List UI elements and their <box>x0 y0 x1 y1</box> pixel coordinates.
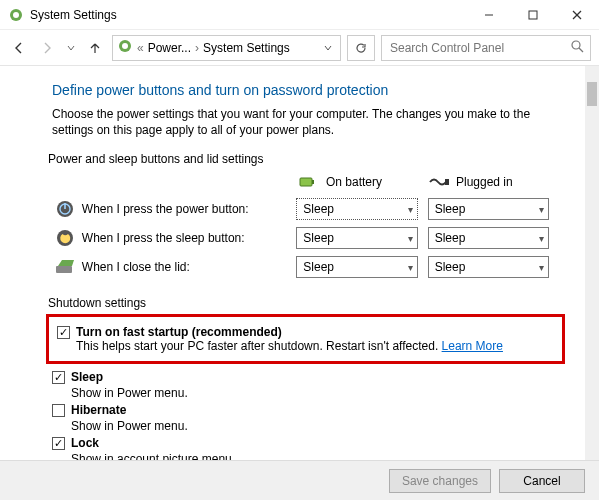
section-power-sleep-heading: Power and sleep buttons and lid settings <box>48 152 559 166</box>
address-expand[interactable] <box>320 41 336 55</box>
breadcrumb-prefix: « <box>137 41 144 55</box>
window-title: System Settings <box>30 8 117 22</box>
row-lid-label: When I close the lid: <box>82 260 297 274</box>
chevron-down-icon: ▾ <box>408 262 413 273</box>
page-description: Choose the power settings that you want … <box>52 106 559 138</box>
row-close-lid: When I close the lid: Sleep▾ Sleep▾ <box>52 256 559 278</box>
svg-rect-17 <box>56 266 72 273</box>
svg-rect-3 <box>529 11 537 19</box>
app-icon <box>8 7 24 23</box>
highlight-fast-startup: Turn on fast startup (recommended) This … <box>46 314 565 364</box>
row-sleep-label: When I press the sleep button: <box>82 231 297 245</box>
minimize-button[interactable] <box>467 0 511 30</box>
col-plugged-in: Plugged in <box>428 174 558 190</box>
history-dropdown[interactable] <box>64 36 78 60</box>
sleep-option-label: Sleep <box>71 370 103 384</box>
lock-option-desc: Show in account picture menu. <box>71 452 559 460</box>
search-box[interactable] <box>381 35 591 61</box>
cancel-button[interactable]: Cancel <box>499 469 585 493</box>
power-button-icon <box>52 198 78 220</box>
checkbox-sleep[interactable]: Sleep <box>52 370 559 384</box>
checkbox-icon[interactable] <box>52 437 65 450</box>
search-icon[interactable] <box>571 40 584 56</box>
learn-more-link[interactable]: Learn More <box>442 339 503 353</box>
sleep-option-desc: Show in Power menu. <box>71 386 559 400</box>
content-area: Define power buttons and turn on passwor… <box>0 66 585 460</box>
svg-rect-11 <box>312 180 314 184</box>
refresh-button[interactable] <box>347 35 375 61</box>
back-button[interactable] <box>8 36 30 60</box>
maximize-button[interactable] <box>511 0 555 30</box>
checkbox-icon[interactable] <box>52 404 65 417</box>
svg-point-1 <box>13 12 19 18</box>
fast-startup-desc: This helps start your PC faster after sh… <box>76 339 503 353</box>
sleep-button-icon <box>52 227 78 249</box>
checkbox-fast-startup[interactable]: Turn on fast startup (recommended) This … <box>57 325 554 353</box>
chevron-down-icon: ▾ <box>539 262 544 273</box>
title-bar: System Settings <box>0 0 599 30</box>
chevron-down-icon: ▾ <box>408 204 413 215</box>
chevron-down-icon: ▾ <box>539 233 544 244</box>
svg-point-8 <box>572 41 580 49</box>
hibernate-option-label: Hibernate <box>71 403 126 417</box>
column-headers: On battery Plugged in <box>52 174 559 190</box>
breadcrumb-item[interactable]: System Settings <box>203 41 290 55</box>
lid-icon <box>52 256 78 278</box>
section-shutdown-heading: Shutdown settings <box>48 296 559 310</box>
checkbox-lock[interactable]: Lock <box>52 436 559 450</box>
chevron-down-icon: ▾ <box>539 204 544 215</box>
search-input[interactable] <box>388 40 566 56</box>
plug-icon <box>428 174 450 190</box>
select-sleep-plugged[interactable]: Sleep▾ <box>428 227 549 249</box>
select-lid-battery[interactable]: Sleep▾ <box>296 256 417 278</box>
lock-option-label: Lock <box>71 436 99 450</box>
svg-rect-10 <box>300 178 312 186</box>
checkbox-icon[interactable] <box>52 371 65 384</box>
forward-button[interactable] <box>36 36 58 60</box>
svg-line-9 <box>579 48 583 52</box>
select-power-battery[interactable]: Sleep▾ <box>296 198 417 220</box>
address-bar[interactable]: « Power... › System Settings <box>112 35 341 61</box>
checkbox-hibernate[interactable]: Hibernate <box>52 403 559 417</box>
col-plugged-in-label: Plugged in <box>456 175 513 189</box>
select-power-plugged[interactable]: Sleep▾ <box>428 198 549 220</box>
vertical-scrollbar[interactable] <box>585 66 599 460</box>
battery-icon <box>298 174 320 190</box>
nav-bar: « Power... › System Settings <box>0 30 599 66</box>
breadcrumb-item[interactable]: Power... <box>148 41 191 55</box>
svg-rect-12 <box>445 179 449 185</box>
hibernate-option-desc: Show in Power menu. <box>71 419 559 433</box>
address-icon <box>117 38 133 57</box>
row-power-label: When I press the power button: <box>82 202 297 216</box>
breadcrumb-separator: › <box>195 41 199 55</box>
svg-point-7 <box>122 43 128 49</box>
checkbox-icon[interactable] <box>57 326 70 339</box>
chevron-down-icon: ▾ <box>408 233 413 244</box>
select-lid-plugged[interactable]: Sleep▾ <box>428 256 549 278</box>
row-power-button: When I press the power button: Sleep▾ Sl… <box>52 198 559 220</box>
up-button[interactable] <box>84 36 106 60</box>
col-on-battery-label: On battery <box>326 175 382 189</box>
select-sleep-battery[interactable]: Sleep▾ <box>296 227 417 249</box>
footer: Save changes Cancel <box>0 460 599 500</box>
close-button[interactable] <box>555 0 599 30</box>
page-heading: Define power buttons and turn on passwor… <box>52 82 559 98</box>
row-sleep-button: When I press the sleep button: Sleep▾ Sl… <box>52 227 559 249</box>
save-changes-button[interactable]: Save changes <box>389 469 491 493</box>
fast-startup-label: Turn on fast startup (recommended) <box>76 325 503 339</box>
col-on-battery: On battery <box>298 174 428 190</box>
